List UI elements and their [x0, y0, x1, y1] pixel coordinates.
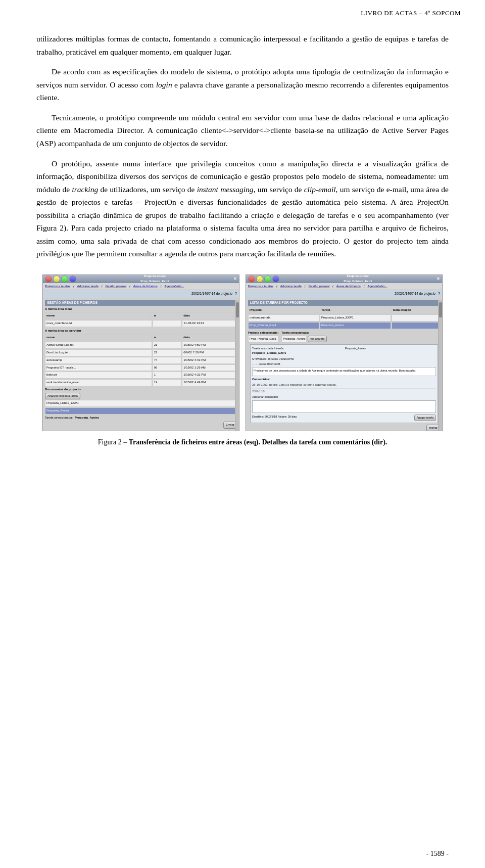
figure-left-screenshot: Projecto.admo: Prop_Polonia_Exp1 ✕ Proje…	[42, 275, 239, 431]
fig-left-close-icon: ✕	[233, 276, 237, 282]
fig-right-comment: 25-10-2002: pedro: Estou a trabalhar, já…	[252, 382, 436, 389]
fig-right-section-title: LISTA DE TAREFAS POR PROJECTO	[248, 300, 440, 306]
fig-right-body: LISTA DE TAREFAS POR PROJECTO Projecto T…	[246, 298, 442, 431]
fig-left-scrollbar	[235, 300, 239, 431]
fig-right-task-detail: Tarefa associada à tarefa: Proposta_Lisb…	[250, 344, 438, 423]
paragraph-1: utilizadores múltiplas formas de contact…	[36, 32, 449, 58]
fig-right-max-btn	[264, 276, 271, 283]
fig-right-comment-input[interactable]	[252, 400, 436, 413]
fig-right-scroll-thumb	[439, 302, 442, 317]
minimize-btn-icon	[53, 276, 60, 283]
fig-right-min-btn	[256, 276, 263, 283]
fig-right-apagar-btn[interactable]: Apagar tarefa	[414, 415, 436, 421]
page-number: - 1589 -	[426, 850, 449, 857]
figure-caption: Figura 2 – Transferência de ficheiros en…	[98, 436, 387, 448]
figure-images: Projecto.admo: Prop_Polonia_Exp1 ✕ Proje…	[36, 275, 449, 431]
page-header: LIVRO DE ACTAS – 4º SOPCOM	[0, 0, 485, 22]
fig-left-project-path: 2002/1/146/7·14 do projecto ?	[43, 290, 239, 298]
fig-right-inner: Projecto.admo: Prop_Polonia_Exp1 ✕ Proje…	[246, 275, 442, 431]
header-title: LIVRO DE ACTAS – 4º SOPCOM	[361, 9, 461, 17]
fig-right-scrollbar	[438, 300, 442, 431]
page-content: utilizadores múltiplas formas de contact…	[0, 22, 485, 468]
fig-right-close-btn	[248, 276, 255, 283]
fig-right-ver-tarefa-btn[interactable]: ver a tarefa	[308, 336, 327, 342]
close-btn-icon	[45, 276, 52, 283]
paragraph-4: Tecnicamente, o protótipo compreende um …	[36, 111, 449, 150]
paragraph-6: O protótipo, assente numa interface que …	[36, 157, 449, 261]
fig-left-inner: Projecto.admo: Prop_Polonia_Exp1 ✕ Proje…	[43, 275, 239, 431]
fig-left-scroll-thumb	[236, 302, 239, 317]
fig-right-close-icon: ✕	[437, 276, 440, 282]
fig-left-body: GESTÃO ÁREAS DE FICHEIROS A minha área l…	[43, 298, 239, 430]
extra-btn-icon	[69, 276, 76, 283]
page-footer: - 1589 -	[426, 850, 449, 858]
maximize-btn-icon	[61, 276, 68, 283]
fig-right-titlebar: Projecto.admo: Prop_Polonia_Exp1 ✕	[246, 275, 442, 283]
fig-right-extra-btn	[272, 276, 279, 283]
figure-2: Projecto.admo: Prop_Polonia_Exp1 ✕ Proje…	[36, 275, 449, 448]
fig-right-project-label: Projecto.admo: Prop_Polonia_Exp1	[279, 275, 437, 284]
fig-right-nav: Projectos e tarefas / Adicionar tarefa /…	[246, 283, 442, 290]
figure-caption-bold: Transferência de ficheiros entre áreas (…	[129, 438, 387, 446]
paragraph-2: De acordo com as especificações do model…	[36, 65, 449, 104]
figure-right-screenshot: Projecto.admo: Prop_Polonia_Exp1 ✕ Proje…	[246, 275, 443, 431]
fig-right-project-path: 2002/1/146/7·14 do projecto ?	[246, 290, 442, 298]
fig-left-nav: Projectos e tarefas / Adicionar tarefa /…	[43, 283, 239, 290]
fig-left-section-title: GESTÃO ÁREAS DE FICHEIROS	[45, 300, 237, 306]
fig-left-titlebar: Projecto.admo: Prop_Polonia_Exp1 ✕	[43, 275, 239, 283]
fig-left-arquivar-btn[interactable]: Arquivar ficheiro à tarefa	[45, 393, 80, 399]
fig-left-project-label: Projecto.admo: Prop_Polonia_Exp1	[76, 275, 233, 284]
